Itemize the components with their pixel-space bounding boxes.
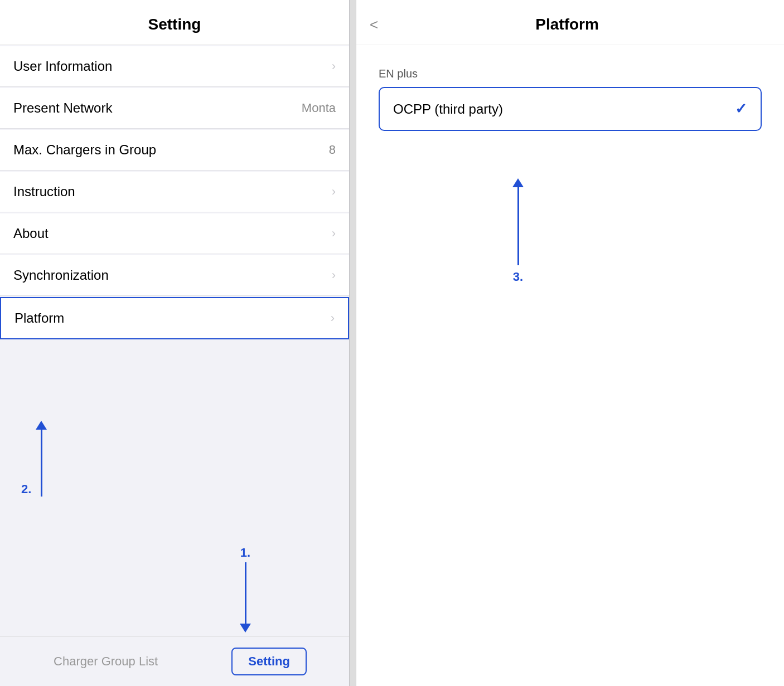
panel-divider: [350, 0, 356, 686]
menu-item-synchronization[interactable]: Synchronization›: [0, 255, 349, 296]
menu-item-label: Max. Chargers in Group: [13, 142, 156, 158]
right-panel-title: Platform: [389, 16, 745, 33]
menu-item-label: Platform: [14, 310, 64, 326]
menu-item-platform[interactable]: Platform›: [0, 297, 349, 339]
arrow-2-up: [36, 421, 47, 497]
menu-item-instruction[interactable]: Instruction›: [0, 172, 349, 212]
menu-item-label: About: [13, 226, 49, 241]
menu-item-right: ›: [332, 268, 336, 283]
menu-item-right: Monta: [302, 101, 336, 115]
menu-item-right: ›: [332, 226, 336, 241]
option-box-ocpp[interactable]: OCPP (third party) ✓: [379, 87, 762, 131]
left-panel-title: Setting: [0, 0, 349, 45]
menu-item-user-information[interactable]: User Information›: [0, 46, 349, 87]
annotation-1: 1.: [240, 546, 251, 633]
menu-item-present-network[interactable]: Present NetworkMonta: [0, 88, 349, 129]
arrow-3-line: [517, 187, 519, 265]
right-panel: < Platform EN plus OCPP (third party) ✓ …: [356, 0, 784, 686]
option-label: OCPP (third party): [393, 101, 503, 117]
arrow-1-down: [240, 562, 251, 633]
arrow-1-line: [245, 562, 246, 624]
menu-item-right: ›: [332, 184, 336, 199]
menu-item-label: User Information: [13, 59, 112, 74]
right-content: EN plus OCPP (third party) ✓: [356, 45, 784, 153]
right-header: < Platform: [356, 0, 784, 45]
chevron-right-icon: ›: [332, 59, 336, 74]
annotation-3: 3.: [512, 178, 524, 284]
bottom-bar-setting[interactable]: Setting: [231, 648, 307, 675]
chevron-right-icon: ›: [332, 268, 336, 283]
bottom-bar-charger-group[interactable]: Charger Group List: [42, 649, 169, 674]
annotation-1-label: 1.: [240, 546, 250, 560]
annotation-2-label: 2.: [21, 482, 31, 497]
arrow-2-head: [36, 421, 47, 430]
menu-item-right: ›: [331, 311, 335, 325]
menu-item-label: Synchronization: [13, 267, 109, 283]
menu-item-value: Monta: [302, 101, 336, 115]
back-button[interactable]: <: [370, 16, 378, 33]
checkmark-icon: ✓: [735, 100, 747, 118]
menu-item-right: 8: [329, 143, 336, 157]
arrow-2-line: [41, 430, 42, 497]
menu-list: User Information›Present NetworkMontaMax…: [0, 45, 349, 636]
menu-item-value: 8: [329, 143, 336, 157]
chevron-right-icon: ›: [332, 226, 336, 241]
menu-item-label: Present Network: [13, 100, 112, 116]
section-label: EN plus: [379, 67, 762, 80]
arrow-1-head: [240, 624, 251, 633]
annotation-3-label: 3.: [513, 270, 523, 284]
menu-item-about[interactable]: About›: [0, 213, 349, 254]
chevron-right-icon: ›: [331, 311, 335, 325]
bottom-bar: Charger Group List Setting: [0, 636, 349, 686]
left-panel: Setting User Information›Present Network…: [0, 0, 350, 686]
menu-item-right: ›: [332, 59, 336, 74]
menu-item-max-chargers-in-group[interactable]: Max. Chargers in Group8: [0, 130, 349, 171]
arrow-3-head: [512, 178, 524, 187]
menu-item-label: Instruction: [13, 184, 75, 200]
annotation-2: 2.: [21, 421, 47, 497]
chevron-right-icon: ›: [332, 184, 336, 199]
